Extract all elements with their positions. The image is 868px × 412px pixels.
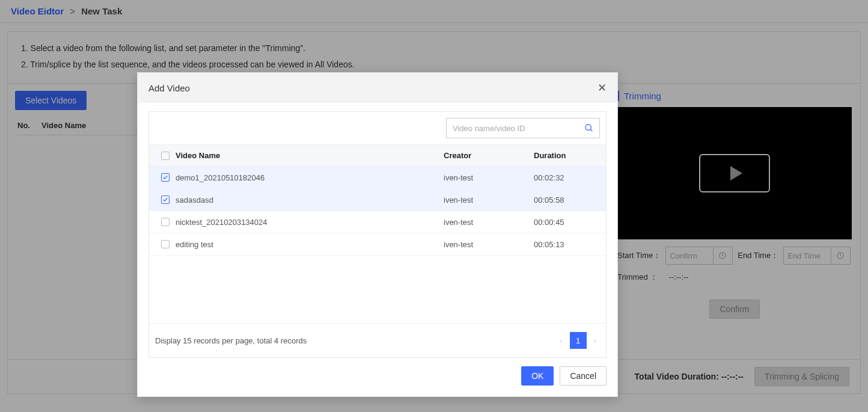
row-creator: iven-test xyxy=(444,173,534,182)
start-time-clock-button[interactable] xyxy=(713,247,731,264)
trimming-title: Trimming xyxy=(617,91,852,101)
trimmed-label: Trimmed ： xyxy=(617,272,658,281)
row-creator: iven-test xyxy=(444,195,534,204)
search-box[interactable] xyxy=(446,118,600,138)
start-time-label: Start Time： xyxy=(617,250,661,261)
modal-title: Add Video xyxy=(148,83,190,93)
search-button[interactable] xyxy=(579,118,599,138)
col-video-name: Video Name xyxy=(176,151,444,160)
pager-next[interactable]: › xyxy=(590,334,600,348)
chevron-left-icon: ‹ xyxy=(560,336,562,345)
trimming-splicing-button[interactable]: Trimming & Splicing xyxy=(754,367,849,386)
row-creator: iven-test xyxy=(444,240,534,249)
end-time-clock-button[interactable] xyxy=(831,247,849,264)
breadcrumb: Video Eidtor > New Task xyxy=(0,0,868,23)
search-icon xyxy=(584,123,594,133)
svg-point-2 xyxy=(585,125,591,130)
col-creator: Creator xyxy=(444,151,534,160)
table-row[interactable]: nicktest_20210203134024iven-test00:00:45 xyxy=(149,211,606,233)
clock-icon xyxy=(718,251,727,260)
video-preview[interactable] xyxy=(617,107,852,239)
modal-close-button[interactable]: ✕ xyxy=(598,81,607,94)
trim-confirm-button[interactable]: Confirm xyxy=(709,300,759,319)
row-creator: iven-test xyxy=(444,218,534,227)
table-row[interactable]: editing testiven-test00:05:13 xyxy=(149,233,606,256)
row-duration: 00:05:58 xyxy=(534,195,600,204)
total-duration-label: Total Video Duration: xyxy=(635,372,719,381)
row-duration: 00:00:45 xyxy=(534,218,600,227)
row-video-name: demo1_20210510182046 xyxy=(176,173,444,182)
row-checkbox[interactable] xyxy=(161,173,170,182)
checkbox-all[interactable] xyxy=(161,152,170,160)
table-empty-fill xyxy=(149,256,606,323)
breadcrumb-current: New Task xyxy=(81,6,122,16)
start-time-input[interactable] xyxy=(666,247,713,264)
close-icon: ✕ xyxy=(598,82,607,94)
table-header: Video Name Creator Duration xyxy=(149,144,606,167)
row-video-name: nicktest_20210203134024 xyxy=(176,218,444,227)
trimming-panel: Trimming Start Time： End Time： xyxy=(611,84,860,359)
add-video-modal: Add Video ✕ Video Name Creator Duration … xyxy=(137,72,618,397)
row-video-name: sadasdasd xyxy=(176,195,444,204)
row-checkbox[interactable] xyxy=(161,240,170,248)
row-duration: 00:05:13 xyxy=(534,240,600,249)
table-row[interactable]: sadasdasdiven-test00:05:58 xyxy=(149,189,606,211)
list-col-no: No. xyxy=(17,121,41,130)
trimmed-value: --:--:-- xyxy=(668,272,688,281)
chevron-right-icon: › xyxy=(594,336,596,345)
total-duration-value: --:--:-- xyxy=(721,372,744,381)
instruction-line-2: 2. Trim/splice by the list sequence, and… xyxy=(21,57,847,73)
pager-page-current[interactable]: 1 xyxy=(570,332,587,349)
clock-icon xyxy=(836,251,845,260)
end-time-label: End Time： xyxy=(738,250,778,261)
modal-cancel-button[interactable]: Cancel xyxy=(560,366,607,386)
play-button[interactable] xyxy=(699,154,770,192)
end-time-input-wrap[interactable] xyxy=(783,247,851,265)
select-videos-button[interactable]: Select Videos xyxy=(15,91,87,110)
pager-summary: Display 15 records per page, total 4 rec… xyxy=(155,336,307,345)
breadcrumb-sep: > xyxy=(70,6,75,16)
end-time-input[interactable] xyxy=(784,247,831,264)
row-checkbox[interactable] xyxy=(161,218,170,226)
row-duration: 00:02:32 xyxy=(534,173,600,182)
table-row[interactable]: demo1_20210510182046iven-test00:02:32 xyxy=(149,167,606,189)
start-time-input-wrap[interactable] xyxy=(665,247,733,265)
pager: ‹ 1 › xyxy=(556,332,600,349)
breadcrumb-parent[interactable]: Video Eidtor xyxy=(11,6,64,16)
modal-ok-button[interactable]: OK xyxy=(521,366,554,386)
row-video-name: editing test xyxy=(176,240,444,249)
instruction-line-1: 1. Select a video from the following lis… xyxy=(21,40,847,57)
col-duration: Duration xyxy=(534,151,600,160)
search-input[interactable] xyxy=(447,118,579,138)
play-icon xyxy=(730,166,742,180)
row-checkbox[interactable] xyxy=(161,195,170,204)
pager-prev[interactable]: ‹ xyxy=(556,334,566,348)
